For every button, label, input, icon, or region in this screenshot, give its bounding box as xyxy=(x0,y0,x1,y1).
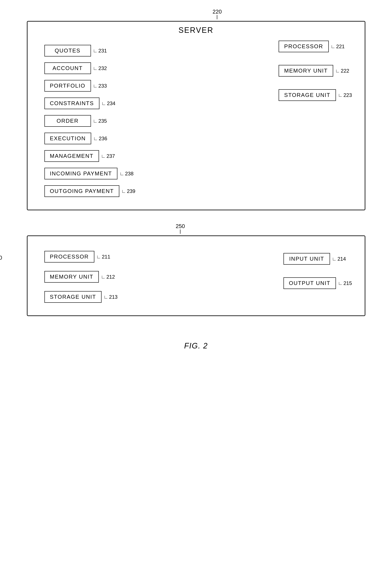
client-memory-box: MEMORY UNIT xyxy=(44,271,99,283)
fig-label: FIG. 2 xyxy=(184,342,208,350)
client-input-container: INPUT UNIT ∟ 214 xyxy=(284,253,346,265)
server-right-modules: PROCESSOR ∟ 221 MEMORY UNIT ∟ 222 STOR xyxy=(262,36,352,197)
outgoing-payment-label: OUTGOING PAYMENT xyxy=(50,188,114,194)
server-module-quotes: QUOTES ∟ 231 xyxy=(44,45,262,56)
page-container: 220 SERVER QUOTES ∟ 231 ACCOUN xyxy=(27,8,365,350)
quotes-label: QUOTES xyxy=(55,48,80,54)
outgoing-payment-ref: 239 xyxy=(127,188,136,194)
server-module-constraints: CONSTRAINTS ∟ 234 xyxy=(44,98,262,109)
client-input-box: INPUT UNIT xyxy=(284,253,330,265)
management-ref: 237 xyxy=(106,153,115,159)
order-box: ORDER xyxy=(44,115,91,127)
portfolio-box: PORTFOLIO xyxy=(44,80,91,92)
server-module-incoming-payment: INCOMING PAYMENT ∟ 238 xyxy=(44,168,262,180)
account-box: ACCOUNT xyxy=(44,62,91,74)
server-storage-box: STORAGE UNIT xyxy=(278,89,336,101)
server-module-management: MANAGEMENT ∟ 237 xyxy=(44,150,262,162)
client-output-box: OUTPUT UNIT xyxy=(284,277,336,289)
client-inner-ref: 250 xyxy=(176,223,185,230)
server-wrapper: 220 SERVER QUOTES ∟ 231 ACCOUN xyxy=(27,8,365,210)
order-label: ORDER xyxy=(57,118,79,124)
server-ref-number: 220 xyxy=(212,8,222,15)
server-module-account: ACCOUNT ∟ 232 xyxy=(44,62,262,74)
constraints-label: CONSTRAINTS xyxy=(50,100,94,106)
server-processor-container: PROCESSOR ∟ 221 xyxy=(278,40,344,52)
order-ref: 235 xyxy=(98,118,107,124)
execution-ref: 236 xyxy=(99,136,107,142)
execution-box: EXECUTION xyxy=(44,133,92,144)
quotes-ref: 231 xyxy=(98,48,107,54)
client-output-container: OUTPUT UNIT ∟ 215 xyxy=(284,277,352,289)
client-output-ref: 215 xyxy=(343,280,352,286)
incoming-payment-ref: 238 xyxy=(125,171,134,177)
client-memory-label: MEMORY UNIT xyxy=(50,274,94,280)
management-label: MANAGEMENT xyxy=(50,153,94,159)
client-processor-container: PROCESSOR ∟ 211 xyxy=(44,251,266,262)
client-memory-ref: 212 xyxy=(106,274,115,280)
quotes-box: QUOTES xyxy=(44,45,91,56)
account-label: ACCOUNT xyxy=(52,65,83,72)
incoming-payment-box: INCOMING PAYMENT xyxy=(44,168,118,180)
client-processor-box: PROCESSOR xyxy=(44,251,94,262)
server-storage-container: STORAGE UNIT ∟ 223 xyxy=(278,89,352,101)
client-right-modules: INPUT UNIT ∟ 214 OUTPUT UNIT ∟ 215 xyxy=(266,251,352,303)
client-memory-container: MEMORY UNIT ∟ 212 xyxy=(44,271,266,283)
client-storage-ref: 213 xyxy=(109,294,118,300)
client-storage-label: STORAGE UNIT xyxy=(50,294,96,300)
client-storage-container: STORAGE UNIT ∟ 213 xyxy=(44,291,266,303)
constraints-box: CONSTRAINTS xyxy=(44,98,100,109)
client-processor-label: PROCESSOR xyxy=(50,254,89,260)
client-input-ref: 214 xyxy=(338,256,346,262)
server-module-execution: EXECUTION ∟ 236 xyxy=(44,133,262,144)
outgoing-payment-box: OUTGOING PAYMENT xyxy=(44,185,120,197)
client-box: PROCESSOR ∟ 211 MEMORY UNIT ∟ 212 xyxy=(27,236,365,316)
management-box: MANAGEMENT xyxy=(44,150,99,162)
server-storage-label: STORAGE UNIT xyxy=(284,92,330,98)
server-module-portfolio: PORTFOLIO ∟ 233 xyxy=(44,80,262,92)
server-title: SERVER xyxy=(178,26,214,35)
server-box: SERVER QUOTES ∟ 231 ACCOUNT ∟ 23 xyxy=(27,21,365,210)
client-storage-box: STORAGE UNIT xyxy=(44,291,102,303)
server-module-order: ORDER ∟ 235 xyxy=(44,115,262,127)
server-processor-label: PROCESSOR xyxy=(284,43,323,50)
portfolio-ref: 233 xyxy=(98,83,107,89)
server-memory-ref: 222 xyxy=(341,68,349,74)
server-memory-box: MEMORY UNIT xyxy=(278,65,333,76)
server-storage-ref: 223 xyxy=(343,92,352,98)
client-outer-ref: 200 xyxy=(0,254,2,261)
server-processor-ref: 221 xyxy=(336,44,344,50)
account-ref: 232 xyxy=(98,65,107,71)
server-left-modules: QUOTES ∟ 231 ACCOUNT ∟ 232 PORTFOLIO xyxy=(44,45,262,197)
client-left-modules: PROCESSOR ∟ 211 MEMORY UNIT ∟ 212 xyxy=(44,251,266,303)
constraints-ref: 234 xyxy=(107,100,115,106)
execution-label: EXECUTION xyxy=(50,135,86,142)
incoming-payment-label: INCOMING PAYMENT xyxy=(50,170,112,177)
client-output-label: OUTPUT UNIT xyxy=(289,280,330,286)
server-memory-label: MEMORY UNIT xyxy=(284,68,328,74)
client-wrapper: 250 ➤ 200 PROCESSOR ∟ 21 xyxy=(27,223,365,316)
server-memory-container: MEMORY UNIT ∟ 222 xyxy=(278,65,349,76)
server-module-outgoing-payment: OUTGOING PAYMENT ∟ 239 xyxy=(44,185,262,197)
server-processor-box: PROCESSOR xyxy=(278,40,328,52)
portfolio-label: PORTFOLIO xyxy=(50,82,86,89)
client-input-label: INPUT UNIT xyxy=(289,256,324,262)
client-processor-ref: 211 xyxy=(102,254,110,260)
